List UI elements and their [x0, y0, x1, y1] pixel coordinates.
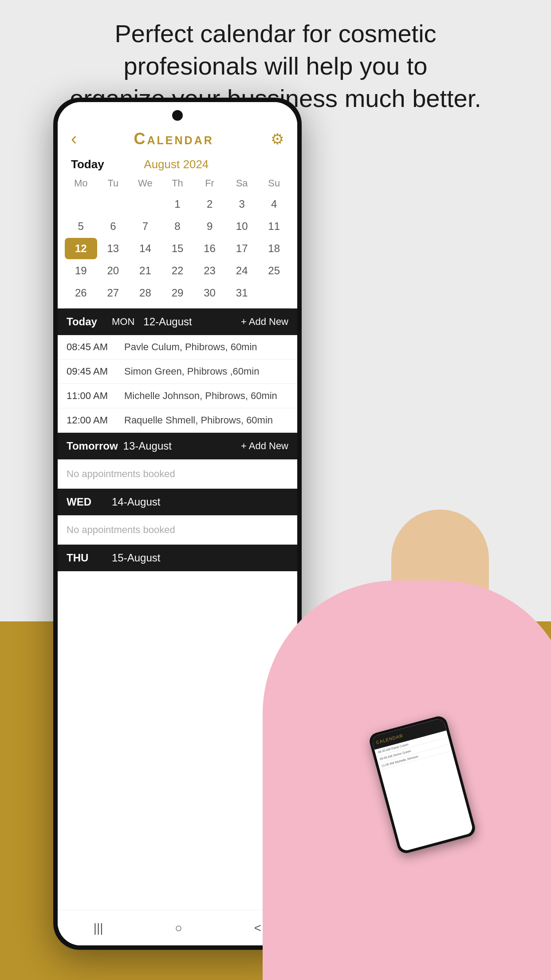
- cal-day-12[interactable]: 12: [65, 238, 97, 259]
- back-button[interactable]: ‹: [71, 129, 77, 149]
- section-day-today: Today: [67, 316, 106, 328]
- cal-empty: [258, 282, 290, 304]
- appt-detail-today-3: Raquelle Shmell, Phibrows, 60min: [124, 415, 273, 426]
- cal-day-17[interactable]: 17: [226, 238, 258, 259]
- cal-day-7[interactable]: 7: [129, 216, 161, 237]
- cal-body: 1234567891011121314151617181920212223242…: [65, 194, 290, 304]
- day-th: Th: [161, 175, 194, 192]
- appt-row-today-3[interactable]: 12:00 AMRaquelle Shmell, Phibrows, 60min: [58, 408, 297, 433]
- cal-day-11[interactable]: 11: [258, 216, 290, 237]
- cal-day-8[interactable]: 8: [161, 216, 194, 237]
- cal-day-21[interactable]: 21: [129, 260, 161, 281]
- cal-day-24[interactable]: 24: [226, 260, 258, 281]
- appt-time-today-1: 09:45 AM: [67, 366, 124, 377]
- cal-day-22[interactable]: 22: [161, 260, 194, 281]
- cal-day-23[interactable]: 23: [193, 260, 226, 281]
- cal-day-13[interactable]: 13: [97, 238, 130, 259]
- cal-day-27[interactable]: 27: [97, 282, 130, 304]
- day-mo: Mo: [65, 175, 97, 192]
- section-day-wed: WED: [67, 496, 106, 508]
- cal-day-16[interactable]: 16: [193, 238, 226, 259]
- appt-time-today-0: 08:45 AM: [67, 341, 124, 353]
- day-tu: Tu: [97, 175, 130, 192]
- cal-day-20[interactable]: 20: [97, 260, 130, 281]
- cal-day-2[interactable]: 2: [193, 194, 226, 215]
- no-appt-tomorrow: No appointments booked: [58, 459, 297, 489]
- cal-empty: [97, 194, 130, 215]
- cal-day-30[interactable]: 30: [193, 282, 226, 304]
- section-header-tomorrow: Tomorrow13-August+ Add New: [58, 433, 297, 459]
- person-figure: CALENDAR 08:45 AM Pavle Culum 09:45 AM S…: [240, 492, 551, 980]
- app-title: Calendar: [134, 130, 214, 148]
- section-date-tomorrow: 13-August: [123, 440, 236, 452]
- add-new-tomorrow[interactable]: + Add New: [241, 440, 288, 452]
- cal-day-3[interactable]: 3: [226, 194, 258, 215]
- section-date-today: 12-August: [143, 316, 236, 328]
- appt-detail-today-2: Michelle Johnson, Phibrows, 60min: [124, 390, 277, 402]
- cal-day-9[interactable]: 9: [193, 216, 226, 237]
- cal-day-26[interactable]: 26: [65, 282, 97, 304]
- gear-icon[interactable]: ⚙: [271, 130, 284, 148]
- today-label: Today: [71, 158, 104, 171]
- cal-day-19[interactable]: 19: [65, 260, 97, 281]
- section-day-thu: THU: [67, 552, 106, 564]
- appt-row-today-1[interactable]: 09:45 AMSimon Green, Phibrows ,60min: [58, 360, 297, 384]
- section-day-tomorrow: Tomorrow: [67, 440, 118, 452]
- camera-notch: [172, 110, 183, 121]
- cal-day-15[interactable]: 15: [161, 238, 194, 259]
- cal-empty: [129, 194, 161, 215]
- appt-time-today-2: 11:00 AM: [67, 390, 124, 402]
- cal-day-28[interactable]: 28: [129, 282, 161, 304]
- cal-day-6[interactable]: 6: [97, 216, 130, 237]
- today-row: Today August 2024: [58, 156, 297, 175]
- day-we: We: [129, 175, 161, 192]
- appt-row-today-2[interactable]: 11:00 AMMichelle Johnson, Phibrows, 60mi…: [58, 384, 297, 408]
- nav-bars-icon[interactable]: |||: [94, 921, 103, 935]
- day-fr: Fr: [193, 175, 226, 192]
- calendar-grid: Mo Tu We Th Fr Sa Su 1234567891011121314…: [58, 175, 297, 304]
- month-label: August 2024: [144, 158, 209, 171]
- cal-day-1[interactable]: 1: [161, 194, 194, 215]
- day-su: Su: [258, 175, 290, 192]
- day-sa: Sa: [226, 175, 258, 192]
- cal-day-31[interactable]: 31: [226, 282, 258, 304]
- section-dow-today: MON: [112, 316, 134, 328]
- section-header-today: TodayMON12-August+ Add New: [58, 308, 297, 335]
- cal-day-10[interactable]: 10: [226, 216, 258, 237]
- appt-row-today-0[interactable]: 08:45 AMPavle Culum, Phibrows, 60min: [58, 335, 297, 360]
- appt-detail-today-0: Pavle Culum, Phibrows, 60min: [124, 341, 257, 353]
- add-new-today[interactable]: + Add New: [241, 316, 288, 328]
- nav-home-icon[interactable]: ○: [175, 921, 182, 935]
- appt-detail-today-1: Simon Green, Phibrows ,60min: [124, 366, 259, 377]
- cal-day-4[interactable]: 4: [258, 194, 290, 215]
- cal-day-14[interactable]: 14: [129, 238, 161, 259]
- cal-day-29[interactable]: 29: [161, 282, 194, 304]
- cal-empty: [65, 194, 97, 215]
- cal-day-5[interactable]: 5: [65, 216, 97, 237]
- cal-day-18[interactable]: 18: [258, 238, 290, 259]
- cal-day-25[interactable]: 25: [258, 260, 290, 281]
- appt-time-today-3: 12:00 AM: [67, 415, 124, 426]
- cal-days-header: Mo Tu We Th Fr Sa Su: [65, 175, 290, 192]
